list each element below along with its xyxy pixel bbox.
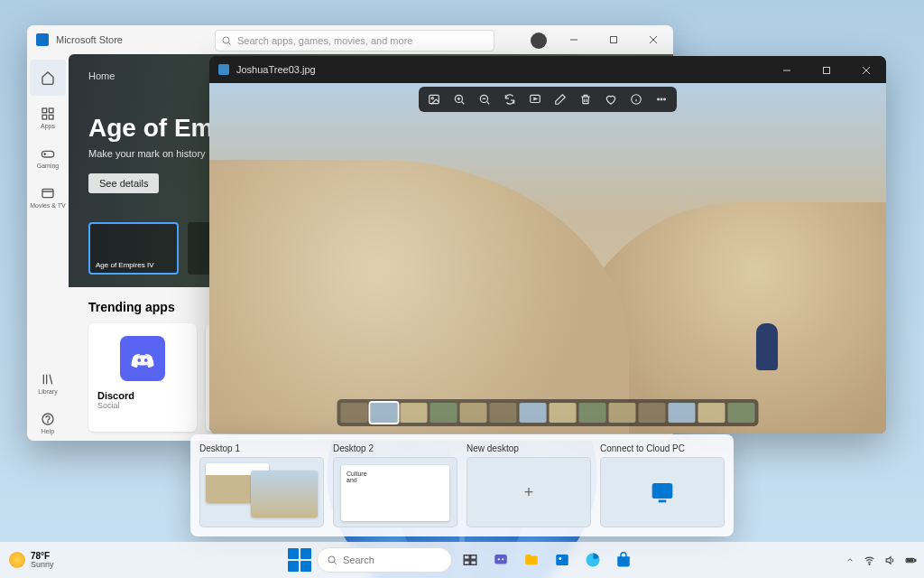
edge-icon: [585, 552, 601, 568]
svg-rect-42: [659, 500, 667, 503]
edge-button[interactable]: [580, 547, 605, 573]
chat-button[interactable]: [488, 547, 513, 573]
photo-subject: [756, 323, 778, 370]
svg-rect-47: [464, 561, 469, 565]
thumbnail[interactable]: [639, 403, 666, 423]
svg-point-19: [48, 422, 49, 423]
thumbnail[interactable]: [341, 403, 368, 423]
slideshow-icon[interactable]: [527, 91, 543, 107]
svg-marker-34: [534, 98, 537, 99]
store-minimize-button[interactable]: [554, 25, 594, 54]
store-icon: [615, 552, 632, 568]
zoom-in-icon[interactable]: [451, 91, 467, 107]
thumbnail[interactable]: [609, 403, 636, 423]
file-explorer-button[interactable]: [519, 547, 544, 573]
search-icon: [221, 35, 232, 46]
photos-taskbar-button[interactable]: [550, 547, 575, 573]
task-view-button[interactable]: [457, 547, 483, 573]
thumbnail[interactable]: [490, 403, 517, 423]
desktop-1[interactable]: Desktop 1: [199, 443, 324, 527]
more-icon[interactable]: [653, 91, 670, 107]
wifi-icon[interactable]: [864, 555, 875, 566]
svg-point-43: [328, 556, 335, 563]
svg-rect-52: [556, 555, 568, 565]
store-taskbar-button[interactable]: [611, 547, 636, 573]
volume-icon[interactable]: [884, 555, 896, 566]
store-search-placeholder: Search apps, games, movies, and more: [237, 35, 412, 46]
start-button[interactable]: [288, 548, 311, 572]
weather-sun-icon: [9, 552, 25, 568]
nav-apps[interactable]: Apps: [30, 99, 66, 135]
battery-icon[interactable]: [905, 555, 917, 566]
cloud-pc[interactable]: Connect to Cloud PC: [600, 443, 725, 527]
svg-rect-13: [42, 189, 53, 197]
store-search-input[interactable]: Search apps, games, movies, and more: [215, 30, 494, 51]
user-avatar[interactable]: [531, 33, 547, 49]
weather-cond: Sunny: [31, 561, 54, 569]
weather-temp: 78°F: [31, 552, 54, 561]
help-icon: [41, 412, 55, 426]
store-maximize-button[interactable]: [594, 25, 633, 54]
filmstrip: [337, 399, 759, 426]
svg-point-38: [658, 98, 660, 100]
cloud-pc-button[interactable]: [600, 457, 725, 527]
weather-widget[interactable]: 78°F Sunny: [9, 552, 54, 569]
trending-card-discord[interactable]: Discord Social: [88, 323, 197, 432]
rotate-icon[interactable]: [502, 91, 518, 107]
desktop-2[interactable]: Desktop 2 Cultureand: [333, 443, 457, 527]
nav-gaming[interactable]: Gaming: [30, 139, 66, 175]
svg-rect-24: [430, 95, 439, 103]
desktop-1-preview[interactable]: [199, 457, 324, 527]
store-titlebar[interactable]: Microsoft Store Search apps, games, movi…: [27, 25, 673, 54]
new-desktop[interactable]: New desktop +: [467, 443, 591, 527]
svg-point-39: [661, 98, 662, 100]
taskbar-search-input[interactable]: Search: [317, 547, 452, 573]
delete-icon[interactable]: [578, 91, 594, 107]
photos-minimize-button[interactable]: [767, 56, 807, 85]
see-details-button[interactable]: See details: [88, 173, 159, 193]
movies-icon: [41, 186, 55, 200]
thumbnail[interactable]: [550, 403, 577, 423]
photos-maximize-button[interactable]: [807, 56, 846, 85]
hero-tile-1[interactable]: Age of Empires IV: [88, 222, 179, 275]
thumbnail[interactable]: [520, 403, 547, 423]
thumbnail[interactable]: [669, 403, 696, 423]
desktop-2-preview[interactable]: Cultureand: [333, 457, 457, 527]
store-title: Microsoft Store: [56, 34, 123, 45]
svg-rect-9: [49, 115, 53, 119]
thumbnail[interactable]: [401, 403, 428, 423]
thumbnail[interactable]: [728, 403, 755, 423]
svg-rect-45: [464, 555, 469, 560]
nav-library[interactable]: Library: [30, 365, 66, 401]
edit-icon[interactable]: [552, 91, 568, 107]
favorite-icon[interactable]: [603, 91, 619, 107]
svg-rect-49: [494, 555, 507, 564]
nav-movies[interactable]: Movies & TV: [30, 179, 66, 215]
library-icon: [41, 372, 55, 387]
store-close-button[interactable]: [633, 25, 673, 54]
task-view-panel: Desktop 1 Desktop 2 Cultureand New deskt…: [190, 434, 734, 536]
discord-icon: [120, 336, 165, 381]
thumbnail[interactable]: [371, 403, 398, 423]
photo-viewport[interactable]: [209, 83, 886, 434]
thumbnail[interactable]: [698, 403, 725, 423]
info-icon[interactable]: [628, 91, 644, 107]
tray-overflow-icon[interactable]: [845, 555, 855, 564]
zoom-out-icon[interactable]: [476, 91, 493, 107]
svg-rect-41: [652, 483, 673, 499]
nav-home[interactable]: [30, 60, 66, 96]
thumbnail[interactable]: [579, 403, 606, 423]
gaming-icon: [41, 146, 55, 161]
thumbnail[interactable]: [460, 403, 487, 423]
photos-close-button[interactable]: [846, 56, 886, 85]
image-icon[interactable]: [426, 91, 442, 107]
store-logo-icon: [36, 33, 49, 46]
svg-rect-8: [42, 115, 47, 119]
svg-line-17: [50, 374, 52, 384]
nav-help[interactable]: Help: [30, 405, 66, 441]
new-desktop-button[interactable]: +: [467, 457, 591, 527]
photos-titlebar[interactable]: JoshuaTree03.jpg: [209, 56, 886, 83]
svg-marker-57: [886, 556, 891, 564]
cloud-pc-icon: [647, 477, 678, 508]
thumbnail[interactable]: [430, 403, 457, 423]
